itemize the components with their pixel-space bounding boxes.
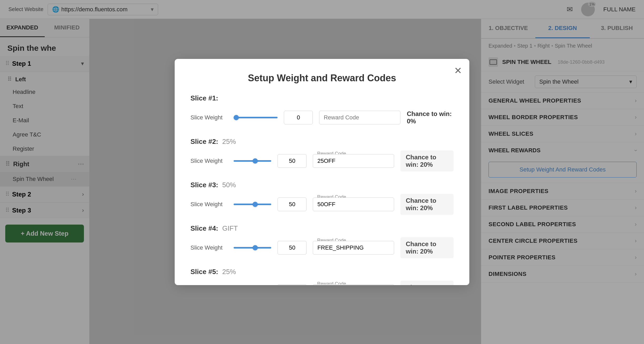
slice-2-weight-input[interactable] xyxy=(278,154,306,168)
slice-3-header: Slice #3: 50% xyxy=(190,181,454,189)
modal-title: Setup Weight and Reward Codes xyxy=(190,73,454,84)
slice-5-header: Slice #5: 25% xyxy=(190,268,454,276)
modal-overlay[interactable]: ✕ Setup Weight and Reward Codes Slice #1… xyxy=(0,0,644,344)
slice-5-controls: Slice Weight Reward Code Chance to win: … xyxy=(190,281,454,285)
slice-1-weight-input[interactable] xyxy=(284,111,313,124)
slice-row-4: Slice #4: GIFT Slice Weight Reward Code … xyxy=(190,224,454,258)
slice-1-chance: Chance to win: 0% xyxy=(407,107,454,128)
slice-2-reward-input[interactable] xyxy=(313,154,394,168)
slice-1-controls: Slice Weight Chance to win: 0% xyxy=(190,107,454,128)
slice-2-reward-wrapper: Reward Code xyxy=(313,154,394,168)
slice-5-reward-wrapper: Reward Code xyxy=(313,284,394,285)
slice-4-reward-wrapper: Reward Code xyxy=(313,241,394,255)
slice-row-2: Slice #2: 25% Slice Weight Reward Code C… xyxy=(190,138,454,171)
slider-thumb[interactable] xyxy=(253,202,258,207)
slider-thumb[interactable] xyxy=(253,158,258,164)
slice-3-weight-input[interactable] xyxy=(278,198,306,211)
modal: ✕ Setup Weight and Reward Codes Slice #1… xyxy=(175,59,469,285)
slice-2-slider[interactable] xyxy=(234,160,271,162)
slice-row-5: Slice #5: 25% Slice Weight Reward Code C… xyxy=(190,268,454,285)
slice-3-chance: Chance to win: 20% xyxy=(400,194,454,215)
slice-5-reward-input[interactable] xyxy=(313,284,394,285)
slice-4-chance: Chance to win: 20% xyxy=(400,237,454,258)
slice-4-reward-input[interactable] xyxy=(313,241,394,255)
slice-5-weight-input[interactable] xyxy=(278,284,306,285)
modal-close-button[interactable]: ✕ xyxy=(454,65,462,76)
slice-4-slider[interactable] xyxy=(234,247,271,249)
slice-3-reward-wrapper: Reward Code xyxy=(313,198,394,211)
slice-4-controls: Slice Weight Reward Code Chance to win: … xyxy=(190,237,454,258)
slice-1-reward-wrapper xyxy=(319,111,400,124)
slice-row-3: Slice #3: 50% Slice Weight Reward Code C… xyxy=(190,181,454,215)
slice-2-chance: Chance to win: 20% xyxy=(400,150,454,171)
slice-4-header: Slice #4: GIFT xyxy=(190,224,454,232)
slice-1-reward-input[interactable] xyxy=(319,111,400,124)
slice-1-slider[interactable] xyxy=(234,117,278,118)
slice-3-controls: Slice Weight Reward Code Chance to win: … xyxy=(190,194,454,215)
slice-5-chance: Chance to win: 20% xyxy=(400,281,454,285)
slice-row-1: Slice #1: Slice Weight Chance to win: 0% xyxy=(190,94,454,128)
slider-thumb[interactable] xyxy=(234,115,239,120)
slice-1-header: Slice #1: xyxy=(190,94,454,102)
slice-4-weight-input[interactable] xyxy=(278,241,306,255)
slice-3-reward-input[interactable] xyxy=(313,198,394,211)
slice-2-controls: Slice Weight Reward Code Chance to win: … xyxy=(190,150,454,171)
slice-2-header: Slice #2: 25% xyxy=(190,138,454,146)
slider-thumb[interactable] xyxy=(253,245,258,250)
slice-3-slider[interactable] xyxy=(234,204,271,205)
